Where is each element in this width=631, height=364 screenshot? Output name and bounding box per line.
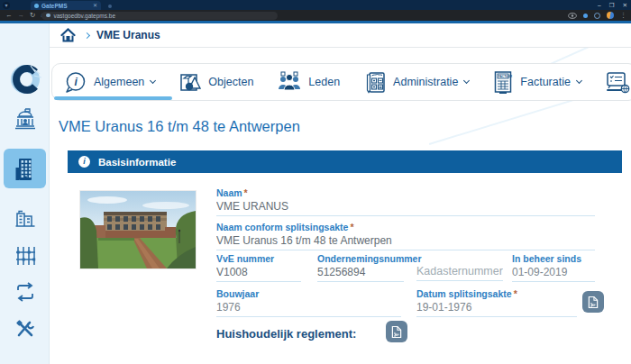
browser-tab-active[interactable]: GatePMS ✕ bbox=[31, 1, 101, 10]
section-title: Basisinformatie bbox=[98, 157, 176, 168]
profile-ring-icon[interactable] bbox=[594, 13, 600, 19]
gatepms-logo-icon bbox=[9, 63, 41, 96]
facturatie-icon-text: FACTUUR bbox=[498, 75, 513, 78]
tab-leden[interactable]: Leden bbox=[277, 71, 340, 93]
sidebar-item-processen[interactable] bbox=[0, 278, 50, 306]
splitsingsakte-pdf-button[interactable] bbox=[582, 291, 604, 313]
field-datum-splitsingsakte: Datum splitsingsakte* bbox=[416, 288, 577, 317]
apartment-building-icon bbox=[14, 157, 37, 182]
sidebar-item-vme[interactable] bbox=[0, 155, 50, 184]
field-label: In beheer sinds bbox=[512, 253, 581, 264]
field-naam-conform: Naam conform splitsingsakte* bbox=[216, 222, 595, 250]
breadcrumb-home[interactable] bbox=[60, 28, 76, 42]
breadcrumb-current: VME Uranus bbox=[96, 29, 160, 41]
required-marker: * bbox=[350, 222, 353, 232]
in-beheer-sinds-input[interactable] bbox=[512, 266, 595, 282]
field-naam: Naam* bbox=[216, 187, 595, 216]
sidebar-item-gebouwen[interactable] bbox=[0, 204, 50, 232]
site-icon bbox=[46, 14, 50, 18]
field-label: VvE nummer bbox=[216, 253, 274, 264]
tab-label: Objecten bbox=[208, 76, 253, 88]
address-bar[interactable]: vastgoedbv.gatepms.be bbox=[41, 12, 278, 20]
tab-begroting[interactable]: Begroting bbox=[605, 70, 631, 94]
tab-close-icon[interactable]: ✕ bbox=[93, 2, 97, 9]
required-marker: * bbox=[244, 187, 248, 198]
tab-label: Leden bbox=[308, 76, 340, 88]
reload-button[interactable]: ↻ bbox=[30, 10, 35, 21]
sidebar-logo[interactable] bbox=[0, 61, 50, 97]
chevron-down-icon bbox=[150, 77, 156, 84]
window-minimize-button[interactable]: – bbox=[598, 0, 601, 10]
browser-tab-strip: ▾ GatePMS ✕ – ❐ ✕ bbox=[0, 0, 631, 10]
institution-building-icon bbox=[14, 107, 37, 131]
field-label: Naam conform splitsingsakte bbox=[216, 222, 348, 232]
abacus-icon bbox=[14, 245, 36, 267]
chevron-right-icon bbox=[84, 32, 90, 38]
tab-label: Facturatie bbox=[520, 76, 571, 88]
field-vve-nummer: VvE nummer bbox=[216, 253, 301, 282]
window-close-button[interactable]: ✕ bbox=[623, 0, 627, 10]
tab-algemeen[interactable]: i Algemeen bbox=[63, 70, 155, 95]
building-photo bbox=[79, 190, 197, 269]
huishoudelijk-reglement-label: Huishoudelijk reglement: bbox=[216, 327, 356, 341]
repeat-loop-icon bbox=[14, 282, 36, 302]
tab-objecten[interactable]: Objecten bbox=[178, 70, 253, 94]
required-marker: * bbox=[514, 288, 517, 299]
section-header: i Basisinformatie bbox=[68, 150, 622, 173]
tab-label: Algemeen bbox=[94, 76, 144, 88]
people-group-icon bbox=[277, 71, 302, 93]
screen: ▾ GatePMS ✕ – ❐ ✕ ← → ↻ ⌂ vastgoedbv.gat… bbox=[0, 0, 631, 364]
url-text: vastgoedbv.gatepms.be bbox=[54, 13, 116, 19]
field-label: Datum splitsingsakte bbox=[416, 288, 512, 299]
huishoudelijk-reglement-pdf-button[interactable] bbox=[386, 321, 407, 342]
tab-label: Administratie bbox=[393, 76, 458, 88]
info-bubble-icon: i bbox=[63, 70, 87, 95]
sidebar-item-instellingen[interactable] bbox=[0, 314, 50, 343]
naam-input[interactable] bbox=[216, 200, 595, 216]
vve-nummer-input[interactable] bbox=[216, 266, 301, 282]
field-label: Bouwjaar bbox=[216, 288, 259, 299]
forward-button[interactable]: → bbox=[18, 10, 25, 21]
tab-administratie[interactable]: Administratie bbox=[363, 70, 469, 95]
field-kadasternummer bbox=[416, 253, 503, 281]
sidebar-item-syndic[interactable] bbox=[0, 105, 50, 133]
browser-toolbar: ← → ↻ ⌂ vastgoedbv.gatepms.be ⋮ bbox=[0, 10, 631, 21]
page-tab-bar: i Algemeen Objecten bbox=[51, 63, 631, 101]
browser-avatar[interactable] bbox=[607, 12, 614, 19]
pdf-file-icon bbox=[391, 325, 402, 339]
kadasternummer-input[interactable] bbox=[416, 265, 503, 281]
favicon-icon bbox=[108, 5, 112, 8]
browser-tab-secondary[interactable] bbox=[105, 2, 123, 10]
window-maximize-button[interactable]: ❐ bbox=[609, 0, 615, 10]
datum-splitsingsakte-input[interactable] bbox=[416, 301, 577, 317]
chevron-down-icon bbox=[576, 77, 582, 84]
tracking-eye-icon[interactable] bbox=[568, 13, 577, 19]
sidebar-item-boekhouding[interactable] bbox=[0, 241, 50, 270]
ondernemingsnummer-input[interactable] bbox=[317, 266, 404, 282]
tab-search-icon[interactable]: ▾ bbox=[3, 2, 10, 9]
city-buildings-icon bbox=[14, 207, 36, 229]
field-label: Ondernemingsnummer bbox=[317, 253, 422, 264]
back-button[interactable]: ← bbox=[5, 10, 13, 21]
tools-icon bbox=[14, 318, 36, 340]
sidebar bbox=[0, 23, 50, 364]
info-icon: i bbox=[78, 156, 90, 168]
home-icon bbox=[60, 28, 76, 42]
budget-list-icon bbox=[605, 70, 630, 94]
field-ondernemingsnummer: Ondernemingsnummer bbox=[317, 253, 422, 282]
active-tab-indicator bbox=[54, 96, 172, 100]
notification-dot-icon bbox=[583, 14, 588, 18]
browser-tab-title: GatePMS bbox=[41, 3, 90, 9]
breadcrumb: VME Uranus bbox=[50, 23, 631, 48]
browser-menu-icon[interactable]: ⋮ bbox=[620, 10, 626, 21]
field-label: Naam bbox=[216, 187, 242, 198]
naam-conform-input[interactable] bbox=[216, 234, 595, 250]
tab-facturatie[interactable]: FACTUUR Facturatie bbox=[492, 70, 581, 95]
page-title: VME Uranus 16 t/m 48 te Antwerpen bbox=[59, 118, 300, 135]
bouwjaar-input[interactable] bbox=[216, 301, 401, 317]
favicon-icon bbox=[34, 4, 39, 8]
pdf-file-icon bbox=[588, 296, 599, 309]
invoice-icon: FACTUUR bbox=[492, 70, 514, 95]
chevron-down-icon bbox=[463, 77, 470, 84]
field-in-beheer-sinds: In beheer sinds bbox=[512, 253, 595, 282]
